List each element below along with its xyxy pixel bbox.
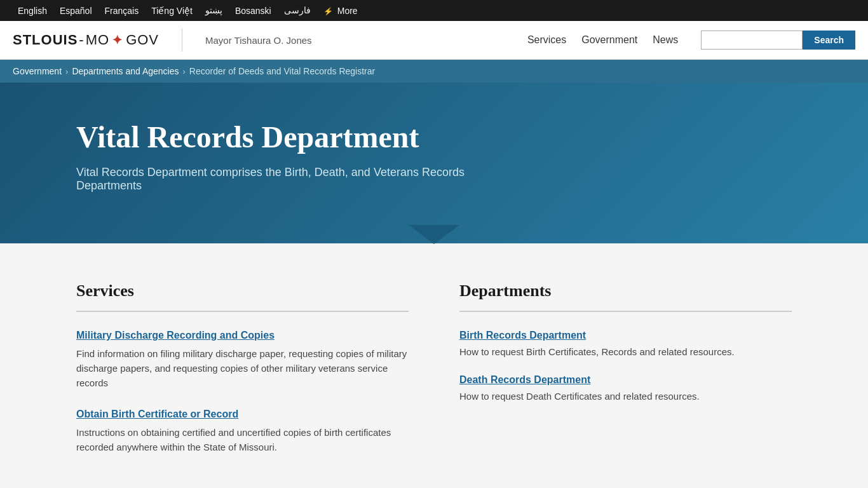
departments-heading: Departments [459, 281, 792, 301]
lang-francais[interactable]: Français [100, 4, 144, 17]
page-title: Vital Records Department [76, 121, 843, 154]
breadcrumb-departments[interactable]: Departments and Agencies [72, 66, 179, 76]
svg-text:⚡: ⚡ [323, 6, 333, 15]
dept-link-death[interactable]: Death Records Department [459, 374, 792, 386]
content-section: Services Military Discharge Recording an… [0, 243, 868, 488]
lang-english[interactable]: English [13, 4, 52, 17]
hero-section: Vital Records Department Vital Records D… [0, 83, 868, 243]
service-desc-military: Find information on filing military disc… [76, 346, 409, 391]
services-divider [76, 311, 409, 312]
departments-column: Departments Birth Records Department How… [459, 281, 792, 472]
main-nav: Services Government News [527, 34, 678, 46]
search-button[interactable]: Search [803, 30, 855, 50]
mayor-name: Mayor Tishaura O. Jones [205, 35, 515, 46]
translate-icon: ⚡ [323, 6, 335, 15]
search-form: Search [701, 30, 855, 50]
lang-pashto[interactable]: پښتو [200, 4, 227, 17]
logo-text-mo: MO [86, 32, 109, 48]
lang-farsi[interactable]: فارسی [279, 4, 316, 17]
breadcrumb-current: Recorder of Deeds and Vital Records Regi… [189, 66, 375, 76]
lang-bosanski[interactable]: Bosanski [230, 4, 276, 17]
hero-arrow-decoration [409, 225, 459, 244]
services-column: Services Military Discharge Recording an… [76, 281, 409, 472]
more-label: More [337, 6, 358, 16]
dept-item-birth: Birth Records Department How to request … [459, 330, 792, 360]
logo-text-gov: GOV [126, 32, 159, 48]
lang-tieng-viet[interactable]: Tiếng Việt [146, 4, 198, 17]
breadcrumb-government[interactable]: Government [13, 66, 62, 76]
service-item-military: Military Discharge Recording and Copies … [76, 330, 409, 391]
nav-news[interactable]: News [653, 34, 678, 46]
breadcrumb-sep-1: › [65, 67, 68, 76]
search-input[interactable] [701, 30, 803, 50]
dept-desc-birth: How to request Birth Certificates, Recor… [459, 345, 792, 360]
nav-services[interactable]: Services [527, 34, 566, 46]
logo-fleur-icon: ✦ [112, 32, 123, 48]
service-link-military[interactable]: Military Discharge Recording and Copies [76, 330, 409, 341]
departments-divider [459, 311, 792, 312]
language-bar: English Español Français Tiếng Việt پښتو… [0, 0, 868, 21]
more-languages-button[interactable]: ⚡ More [318, 4, 363, 17]
breadcrumb-sep-2: › [183, 67, 186, 76]
hero-subtitle: Vital Records Department comprises the B… [76, 166, 521, 193]
nav-government[interactable]: Government [581, 34, 637, 46]
service-item-birth: Obtain Birth Certificate or Record Instr… [76, 409, 409, 455]
logo-dash: - [79, 32, 84, 48]
logo-text-part1: STLOUIS [13, 32, 78, 48]
services-heading: Services [76, 281, 409, 301]
dept-link-birth[interactable]: Birth Records Department [459, 330, 792, 341]
breadcrumb: Government › Departments and Agencies › … [0, 60, 868, 83]
logo-divider [182, 29, 182, 51]
dept-desc-death: How to request Death Certificates and re… [459, 390, 792, 404]
dept-item-death: Death Records Department How to request … [459, 374, 792, 404]
site-logo[interactable]: STLOUIS-MO✦GOV [13, 32, 159, 48]
service-link-birth[interactable]: Obtain Birth Certificate or Record [76, 409, 409, 420]
header: STLOUIS-MO✦GOV Mayor Tishaura O. Jones S… [0, 21, 868, 60]
lang-espanol[interactable]: Español [55, 4, 97, 17]
service-desc-birth: Instructions on obtaining certified and … [76, 425, 409, 455]
